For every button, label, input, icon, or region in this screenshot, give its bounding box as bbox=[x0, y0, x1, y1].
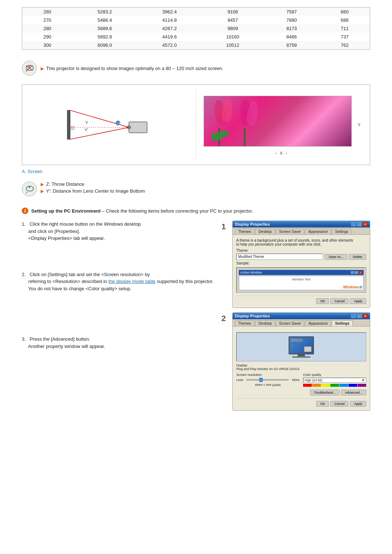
step3-line2: Another property window will appear. bbox=[28, 344, 105, 349]
svg-point-18 bbox=[29, 186, 30, 188]
table-row: 2805689.64267.298098173711 bbox=[22, 24, 370, 33]
ss2-slider-thumb[interactable] bbox=[259, 378, 263, 382]
table-cell: 290 bbox=[22, 33, 73, 41]
ss1-window-text: Window Text bbox=[241, 278, 362, 281]
y-label-right: Y bbox=[358, 123, 360, 127]
step2-line4: You do not have to change <Color quality… bbox=[28, 286, 131, 291]
ss2-tab-screensaver[interactable]: Screen Saver bbox=[276, 320, 305, 326]
ss2-max-btn[interactable]: □ bbox=[357, 314, 362, 318]
ss1-desc: A theme is a background plus a set of so… bbox=[236, 238, 366, 246]
ss1-delete-btn[interactable]: Delete bbox=[349, 254, 366, 260]
ss1-cancel-btn[interactable]: Cancel bbox=[330, 298, 348, 304]
ss1-xp-logo: Windows⊞ bbox=[343, 285, 362, 289]
screenshot-2: Display Properties _ □ ✕ Themes Desktop … bbox=[232, 312, 370, 411]
ss1-tabs[interactable]: Themes Desktop Screen Saver Appearance S… bbox=[233, 227, 370, 235]
ss1-wrapper: 1 Display Properties _ □ ✕ Themes Deskto… bbox=[232, 221, 370, 308]
svg-rect-4 bbox=[129, 122, 147, 133]
step2-num: 2. bbox=[22, 272, 28, 277]
ss1-body: A theme is a background plus a set of so… bbox=[233, 235, 370, 308]
table-cell: 686 bbox=[319, 16, 370, 24]
ss1-sample-area: Active Window _ □ ✕ Window Text Windows⊞ bbox=[236, 267, 366, 293]
ss2-cancel-btn[interactable]: Cancel bbox=[330, 401, 348, 407]
ss2-ok-btn[interactable]: OK bbox=[316, 401, 329, 407]
step2-link[interactable]: the display mode table bbox=[108, 279, 155, 284]
table-cell: 711 bbox=[319, 24, 370, 33]
ss2-titlebar: Display Properties _ □ ✕ bbox=[233, 313, 370, 319]
ss1-tab-appearance[interactable]: Appearance bbox=[305, 229, 331, 234]
ss1-apply-btn[interactable]: Apply bbox=[350, 298, 366, 304]
table-cell: 5689.6 bbox=[73, 24, 137, 33]
ss2-troubleshoot-btn[interactable]: Troubleshoot... bbox=[310, 390, 340, 395]
ss1-tab-screensaver[interactable]: Screen Saver bbox=[276, 229, 305, 234]
note-icon-1 bbox=[22, 61, 37, 76]
step1-line2: and click on [Properties]. bbox=[28, 229, 80, 234]
ss1-saveas-btn[interactable]: Save As... bbox=[324, 254, 347, 260]
ss2-monitor-icon bbox=[289, 336, 314, 358]
zy-note-icon bbox=[22, 181, 37, 197]
ss2-tab-appearance[interactable]: Appearance bbox=[305, 320, 331, 326]
table-cell: 762 bbox=[319, 41, 370, 50]
zy-bullets: ▶ Z: Throw Distance ▶ Y': Distance from … bbox=[41, 181, 145, 194]
ss1-aw-buttons: _ □ ✕ bbox=[351, 271, 362, 274]
table-cell: 9106 bbox=[202, 8, 264, 16]
ss2-tab-desktop[interactable]: Desktop bbox=[255, 320, 275, 326]
ss2-res-more: More bbox=[292, 378, 299, 382]
table-cell: 9457 bbox=[202, 16, 264, 24]
ss1-sample-label: Sample: bbox=[236, 261, 366, 265]
x-label-bottom: ←X→ bbox=[274, 151, 288, 155]
table-row: 2905892.84419.6101608466737 bbox=[22, 33, 370, 41]
table-row: 2605283.23962.491067587660 bbox=[22, 8, 370, 16]
ss2-slider[interactable] bbox=[246, 379, 289, 381]
ss1-ok-btn[interactable]: OK bbox=[316, 298, 329, 304]
ss2-extra-buttons: Troubleshoot... Advanced... bbox=[236, 390, 366, 395]
bullet-arrow-1: ▶ bbox=[41, 66, 44, 71]
ss2-apply-btn[interactable]: Apply bbox=[350, 401, 366, 407]
section-icon: 2 bbox=[22, 208, 28, 214]
ss2-color-seg-1 bbox=[303, 384, 312, 387]
ss2-tab-themes[interactable]: Themes bbox=[235, 320, 254, 326]
table-cell: 5486.4 bbox=[73, 16, 137, 24]
table-cell: 8173 bbox=[264, 24, 319, 33]
step1-line3: <Display Properties> tab will appear. bbox=[28, 235, 105, 241]
ss1-tab-themes[interactable]: Themes bbox=[235, 229, 254, 234]
ss2-close-btn[interactable]: ✕ bbox=[363, 314, 368, 318]
table-cell: 10160 bbox=[202, 33, 264, 41]
z-note-text: Z: Throw Distance bbox=[46, 181, 84, 187]
table-cell: 5892.8 bbox=[73, 33, 137, 41]
diagram-left: A Y Y' bbox=[26, 89, 196, 161]
table-cell: 7880 bbox=[264, 16, 319, 24]
ss2-min-btn[interactable]: _ bbox=[351, 314, 356, 318]
zy-note-box: ▶ Z: Throw Distance ▶ Y': Distance from … bbox=[22, 181, 370, 197]
ss2-color-seg-6 bbox=[348, 384, 357, 387]
ss2-title: Display Properties bbox=[235, 314, 270, 318]
table-cell: 10512 bbox=[202, 41, 264, 50]
throw-diagram-svg: A Y Y' bbox=[29, 92, 192, 157]
ss2-res-label: Screen resolution bbox=[236, 373, 299, 377]
y-note-text: Y': Distance from Lens Center to Image B… bbox=[46, 188, 145, 194]
step3-line1: Press the [Advanced] button. bbox=[30, 336, 90, 342]
svg-text:Y': Y' bbox=[85, 128, 88, 132]
ss1-max-btn[interactable]: □ bbox=[357, 222, 362, 226]
ss2-controls-row: Screen resolution Less More #### × ### p… bbox=[236, 373, 366, 387]
table-cell: 280 bbox=[22, 24, 73, 33]
ss2-wrapper: 2 Display Properties _ □ ✕ Themes Deskto… bbox=[232, 312, 370, 411]
ss2-tabs[interactable]: Themes Desktop Screen Saver Appearance S… bbox=[233, 319, 370, 327]
ss1-tab-desktop[interactable]: Desktop bbox=[255, 229, 275, 234]
ss2-color-section: Color quality High (24 bit) ▼ bbox=[303, 373, 366, 387]
ss1-close-btn[interactable]: ✕ bbox=[363, 222, 368, 226]
ss2-buttons: _ □ ✕ bbox=[351, 314, 368, 318]
zy-bullet-1: ▶ Z: Throw Distance bbox=[41, 181, 145, 187]
steps-layout: 1. Click the right mouse button on the W… bbox=[22, 221, 370, 411]
ss2-advanced-btn[interactable]: Advanced... bbox=[341, 390, 366, 395]
ss2-display-label: Display: Plug and Play Monitor on S3 ViR… bbox=[236, 364, 366, 371]
bullet-arrow-z: ▶ bbox=[41, 182, 44, 187]
ss2-tab-settings[interactable]: Settings bbox=[332, 320, 352, 326]
ss1-theme-value[interactable]: Modified Theme bbox=[236, 254, 323, 260]
section-bold: Setting up the PC Environment bbox=[31, 208, 101, 214]
ss1-tab-settings[interactable]: Settings bbox=[332, 229, 351, 234]
step2-line1: Click on [Settings] tab and set the <Scr… bbox=[30, 272, 150, 277]
ss1-min-btn[interactable]: _ bbox=[351, 222, 356, 226]
ss2-color-dropdown[interactable]: High (24 bit) ▼ bbox=[303, 378, 366, 383]
ss1-number-label: 1 bbox=[221, 222, 226, 231]
ss2-monitor-area bbox=[236, 332, 366, 361]
